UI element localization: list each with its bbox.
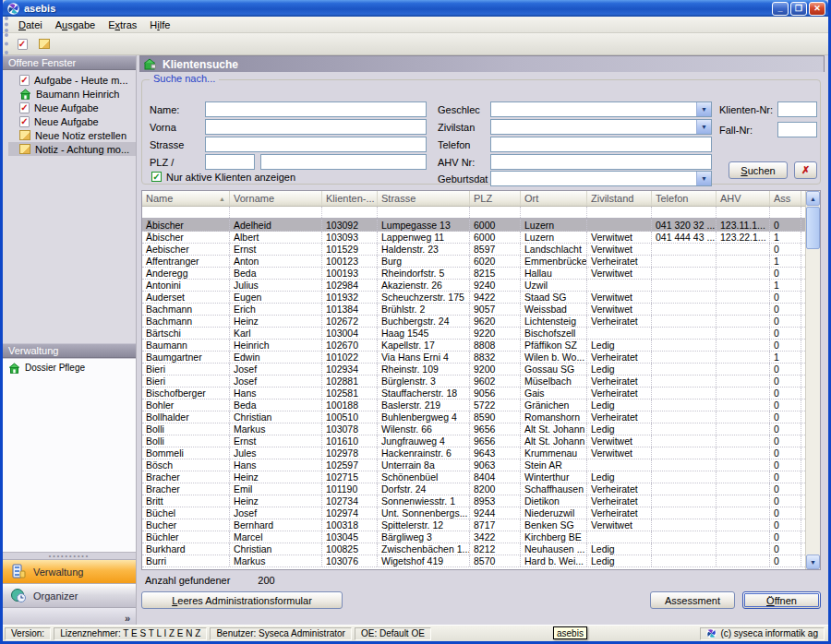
column-header-zivilstand[interactable]: Zivilstand (587, 191, 652, 206)
filter-cell[interactable] (142, 207, 230, 218)
table-row[interactable]: BurkhardChristian100825Zwischenbächen 1.… (142, 543, 820, 555)
table-row[interactable]: BollhalderChristian100510Buhlenbergweg 4… (142, 411, 820, 423)
table-row[interactable]: BolliMarkus103078Wilenstr. 669656Alt St.… (142, 423, 820, 435)
table-cell: 9057 (470, 304, 521, 315)
sidebar-item-dossier-pflege[interactable]: Dossier Pflege (6, 361, 136, 375)
table-cell: Bischofberger (142, 388, 230, 399)
column-header-ort[interactable]: Ort (521, 191, 587, 206)
menu-item-hilfe[interactable]: Hilfe (143, 18, 176, 32)
column-header-ahv[interactable]: AHV (717, 191, 770, 206)
table-row[interactable]: ÄbischerAdelheid103092Lumpegasse 136000L… (142, 220, 820, 232)
table-cell: 9244 (470, 507, 521, 519)
new-note-button[interactable] (34, 35, 54, 54)
search-button[interactable]: Suchen (729, 161, 788, 179)
column-header-vorname[interactable]: Vorname (230, 191, 322, 206)
nav-button-verwaltung[interactable]: Verwaltung (3, 559, 136, 583)
strasse-input[interactable] (205, 137, 427, 152)
table-cell: Albert (230, 232, 322, 243)
table-row[interactable]: AebischerErnst101529Haldenstr. 238597Lan… (142, 244, 820, 256)
name-input[interactable] (205, 101, 427, 117)
filter-cell[interactable] (587, 207, 652, 218)
filter-cell[interactable] (652, 207, 717, 218)
scroll-down-icon[interactable]: ▼ (806, 555, 820, 569)
open-button[interactable]: Öffnen (742, 591, 821, 609)
scrollbar-thumb[interactable] (806, 207, 820, 249)
table-row[interactable]: BolliErnst101610Jungfrauweg 49656Alt St.… (142, 435, 820, 447)
table-row[interactable]: BieriJosef102881Bürglenstr. 39602Müselba… (142, 376, 820, 388)
close-button[interactable]: ✕ (809, 2, 825, 16)
zivilstand-select[interactable]: ▼ (490, 119, 712, 135)
menu-item-ausgabe[interactable]: Ausgabe (49, 18, 102, 32)
nav-resize-handle[interactable]: •••••••••• (3, 552, 136, 559)
column-header-telefon[interactable]: Telefon (652, 191, 717, 206)
table-row[interactable]: AudersetEugen101932Scheuchzerstr. 175942… (142, 292, 820, 304)
sidebar: Offene Fenster ✓Aufgabe - Heute m...Baum… (3, 55, 137, 627)
clear-filter-button[interactable]: ✗ (794, 161, 817, 179)
nav-button-organizer[interactable]: Organizer (3, 583, 136, 607)
table-row[interactable]: BachmannErich101384Brühlstr. 29057Weissb… (142, 304, 820, 316)
vertical-scrollbar[interactable]: ▲ ▼ (805, 191, 820, 569)
filter-cell[interactable] (470, 207, 521, 218)
scrollbar-track[interactable] (806, 249, 820, 555)
filter-cell[interactable] (521, 207, 587, 218)
filter-cell[interactable] (230, 207, 322, 218)
table-row[interactable]: BommeliJules102978Hackenrainstr. 69643Kr… (142, 447, 820, 459)
sidebar-item-neue-aufgabe[interactable]: ✓Neue Aufgabe (8, 114, 136, 128)
table-row[interactable]: BrittHeinz102734Sonnenwiesstr. 18953Diet… (142, 495, 820, 507)
table-cell: Bernhard (230, 519, 322, 531)
column-header-strasse[interactable]: Strasse (378, 191, 470, 206)
new-task-button[interactable]: ✓ (12, 35, 32, 54)
table-row[interactable]: BurriMarkus103076Wigetshof 4198570Hard b… (142, 555, 820, 567)
minimize-button[interactable]: _ (772, 2, 789, 16)
table-cell: Bürglenstr. 3 (378, 376, 470, 387)
sidebar-item-aufgabe-heute-m[interactable]: ✓Aufgabe - Heute m... (8, 73, 136, 87)
table-row[interactable]: AffentrangerAnton100123Burg6020Emmenbrüc… (142, 256, 820, 268)
table-row[interactable]: AntoniniJulius102984Akazienstr. 269240Uz… (142, 280, 820, 292)
ahv-input[interactable] (490, 154, 712, 170)
active-clients-checkbox[interactable]: ✓ (151, 172, 162, 182)
column-header-ass[interactable]: Ass (770, 191, 801, 206)
column-header-name[interactable]: Name▲ (142, 191, 230, 206)
geschlecht-select[interactable]: ▼ (490, 101, 712, 117)
filter-cell[interactable] (717, 207, 770, 218)
table-row[interactable]: ÄbischerAlbert103093Lappenweg 116000Luze… (142, 232, 820, 244)
table-row[interactable]: BaumgartnerEdwin101022Via Hans Erni 4883… (142, 352, 820, 364)
menu-item-extras[interactable]: Extras (102, 18, 143, 32)
table-row[interactable]: BieriJosef102934Rheinstr. 1099200Gossau … (142, 364, 820, 376)
sidebar-item-neue-notiz-erstellen[interactable]: Neue Notiz erstellen (8, 128, 136, 142)
table-row[interactable]: BucherBernhard100318Spittelerstr. 128717… (142, 519, 820, 531)
telefon-input[interactable] (490, 137, 712, 152)
table-row[interactable]: BischofbergerHans102581Stauffacherstr. 1… (142, 388, 820, 400)
sidebar-item-neue-aufgabe[interactable]: ✓Neue Aufgabe (8, 101, 136, 114)
assessment-button[interactable]: Assessment (650, 591, 735, 609)
table-cell: 9602 (470, 376, 521, 387)
sidebar-item-notiz-achtung-mo[interactable]: Notiz - Achtung mo... (8, 142, 136, 156)
admin-form-button[interactable]: Leeres Administrationsformular (141, 591, 343, 609)
table-row[interactable]: BöschHans102597Unterrain 8a9063Stein AR0 (142, 459, 820, 471)
vorname-input[interactable] (205, 119, 427, 135)
table-row[interactable]: BärtschiKarl103004Haag 15459220Bischofsz… (142, 328, 820, 340)
table-row[interactable]: BaumannHeinrich102670Kapellstr. 178808Pf… (142, 340, 820, 352)
column-header-plz[interactable]: PLZ (470, 191, 521, 206)
ort-input[interactable] (260, 154, 427, 170)
table-row[interactable]: BüchelJosef102974Unt. Sonnenbergs...9244… (142, 507, 820, 519)
sidebar-item-baumann-heinrich[interactable]: Baumann Heinrich (8, 87, 136, 101)
table-row[interactable]: BracherHeinz102715Schönenbüel8404Wintert… (142, 471, 820, 483)
scroll-up-icon[interactable]: ▲ (806, 191, 820, 206)
restore-button[interactable]: ❐ (790, 2, 807, 16)
table-row[interactable]: BachmannHeinz102672Buchbergstr. 249620Li… (142, 316, 820, 328)
filter-cell[interactable] (322, 207, 378, 218)
filter-cell[interactable] (378, 207, 470, 218)
table-row[interactable]: BohlerBeda100188Baslerstr. 2195722Gränic… (142, 400, 820, 411)
geburtsdatum-select[interactable]: ▼ (490, 171, 712, 186)
table-cell: 103078 (322, 423, 378, 435)
menu-item-datei[interactable]: Datei (12, 18, 49, 32)
column-header-klienten[interactable]: Klienten-... (322, 191, 378, 206)
filter-cell[interactable] (770, 207, 801, 218)
table-row[interactable]: BracherEmil101190Dorfstr. 248200Schaffha… (142, 483, 820, 495)
klienten-nr-input[interactable] (777, 101, 817, 117)
table-row[interactable]: BüchlerMarcel103045Bärgliweg 33422Kirchb… (142, 531, 820, 543)
table-row[interactable]: AndereggBeda100193Rheindorfstr. 58215Hal… (142, 268, 820, 280)
plz-input[interactable] (205, 154, 255, 170)
fall-nr-input[interactable] (777, 122, 817, 137)
